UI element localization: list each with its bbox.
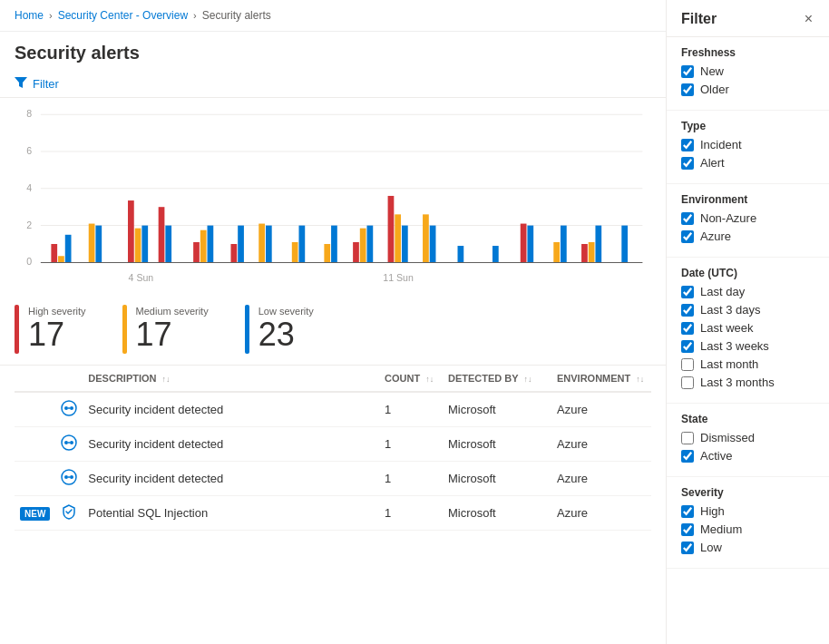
svg-point-54: [70, 406, 73, 410]
cell-detected-by: Microsoft: [443, 392, 551, 427]
checkbox-alert[interactable]: [681, 157, 694, 170]
label-alert[interactable]: Alert: [700, 156, 725, 170]
cell-environment: Azure: [551, 427, 651, 462]
svg-point-53: [64, 406, 68, 410]
label-last-3-days[interactable]: Last 3 days: [700, 303, 761, 317]
label-last-3-weeks[interactable]: Last 3 weeks: [700, 339, 769, 353]
table-row[interactable]: Security incident detected1MicrosoftAzur…: [15, 392, 651, 427]
checkbox-last-day[interactable]: [681, 286, 694, 298]
cell-detected-by: Microsoft: [443, 496, 551, 531]
filter-section-type: TypeIncidentAlert: [667, 111, 829, 184]
new-badge: NEW: [20, 507, 50, 521]
breadcrumb-security-center[interactable]: Security Center - Overview: [58, 9, 188, 22]
stat-number-high: 17: [28, 317, 86, 353]
checkbox-incident[interactable]: [681, 139, 694, 151]
filter-item-azure: Azure: [681, 229, 814, 243]
incident-icon: [61, 400, 77, 416]
incident-icon: [61, 434, 77, 451]
col-environment[interactable]: ENVIRONMENT ↑↓: [551, 366, 651, 392]
svg-rect-11: [58, 256, 64, 262]
svg-rect-21: [200, 230, 207, 263]
filter-icon: [15, 76, 27, 92]
table-row[interactable]: NEW Potential SQL Injection1MicrosoftAzu…: [15, 496, 651, 531]
checkbox-non-azure[interactable]: [681, 212, 694, 225]
filter-section-freshness: FreshnessNewOlder: [667, 37, 829, 111]
col-description[interactable]: DESCRIPTION ↑↓: [83, 366, 379, 392]
label-high[interactable]: High: [700, 504, 725, 518]
label-older[interactable]: Older: [700, 83, 729, 96]
cell-count: 1: [379, 392, 443, 427]
svg-rect-24: [238, 226, 244, 263]
checkbox-azure[interactable]: [681, 230, 694, 243]
checkbox-low[interactable]: [681, 542, 694, 554]
main-content: Home › Security Center - Overview › Secu…: [0, 0, 666, 644]
svg-rect-18: [159, 207, 165, 262]
filter-item-last-3-months: Last 3 months: [681, 376, 814, 389]
svg-rect-35: [395, 214, 401, 262]
svg-rect-17: [141, 226, 148, 263]
filter-panel-header: Filter ×: [667, 0, 829, 37]
checkbox-high[interactable]: [681, 505, 694, 518]
table-row[interactable]: Security incident detected1MicrosoftAzur…: [15, 462, 651, 496]
col-count[interactable]: COUNT ↑↓: [379, 366, 443, 392]
checkbox-last-3-weeks[interactable]: [681, 340, 694, 353]
checkbox-last-3-days[interactable]: [681, 304, 694, 317]
stat-bar-high: [15, 305, 19, 354]
svg-rect-25: [258, 224, 265, 263]
cell-icon: [55, 392, 83, 427]
checkbox-last-month[interactable]: [681, 358, 694, 371]
label-last-month[interactable]: Last month: [700, 357, 758, 371]
table-row[interactable]: Security incident detected1MicrosoftAzur…: [15, 427, 651, 462]
checkbox-medium[interactable]: [681, 523, 694, 536]
label-medium[interactable]: Medium: [700, 522, 742, 536]
label-last-day[interactable]: Last day: [700, 285, 745, 298]
label-dismissed[interactable]: Dismissed: [700, 431, 755, 444]
svg-text:4 Sun: 4 Sun: [129, 272, 154, 283]
cell-icon: [55, 496, 83, 531]
filter-item-incident: Incident: [681, 138, 814, 151]
svg-rect-27: [292, 242, 298, 262]
cell-description: Security incident detected: [83, 427, 379, 462]
label-last-3-months[interactable]: Last 3 months: [700, 376, 775, 389]
svg-rect-46: [589, 242, 595, 262]
col-detected-by[interactable]: DETECTED BY ↑↓: [443, 366, 551, 392]
breadcrumb: Home › Security Center - Overview › Secu…: [0, 0, 666, 32]
filter-item-high: High: [681, 504, 814, 518]
breadcrumb-current: Security alerts: [202, 9, 271, 22]
stat-medium: Medium severity 17: [122, 305, 209, 354]
breadcrumb-home[interactable]: Home: [15, 9, 44, 22]
label-new[interactable]: New: [700, 64, 724, 78]
label-incident[interactable]: Incident: [700, 138, 742, 151]
checkbox-active[interactable]: [681, 450, 694, 463]
stat-low: Low severity 23: [245, 305, 314, 354]
svg-rect-42: [527, 226, 533, 263]
label-active[interactable]: Active: [700, 449, 732, 463]
svg-rect-23: [230, 244, 237, 262]
svg-rect-32: [360, 229, 366, 263]
filter-label[interactable]: Filter: [33, 77, 59, 91]
checkbox-older[interactable]: [681, 83, 694, 96]
svg-rect-22: [208, 226, 214, 263]
label-low[interactable]: Low: [700, 541, 722, 554]
checkbox-last-3-months[interactable]: [681, 376, 694, 389]
checkbox-last-week[interactable]: [681, 322, 694, 335]
cell-badge: [15, 427, 55, 462]
stat-number-low: 23: [258, 317, 314, 353]
shield-icon: [61, 503, 77, 520]
label-last-week[interactable]: Last week: [700, 321, 754, 335]
alerts-table: DESCRIPTION ↑↓ COUNT ↑↓ DETECTED BY ↑↓ E…: [15, 366, 651, 531]
stat-number-medium: 17: [136, 317, 209, 353]
label-azure[interactable]: Azure: [700, 229, 731, 243]
svg-text:2: 2: [26, 219, 32, 229]
checkbox-new[interactable]: [681, 65, 694, 78]
filter-section-state: StateDismissedActive: [667, 404, 829, 477]
cell-count: 1: [379, 427, 443, 462]
incident-icon: [61, 469, 77, 485]
filter-close-button[interactable]: ×: [803, 11, 814, 27]
cell-environment: Azure: [551, 392, 651, 427]
label-non-azure[interactable]: Non-Azure: [700, 211, 756, 225]
svg-rect-33: [367, 226, 374, 263]
filter-section-title-4: State: [681, 413, 814, 425]
checkbox-dismissed[interactable]: [681, 432, 694, 444]
cell-icon: [55, 462, 83, 496]
